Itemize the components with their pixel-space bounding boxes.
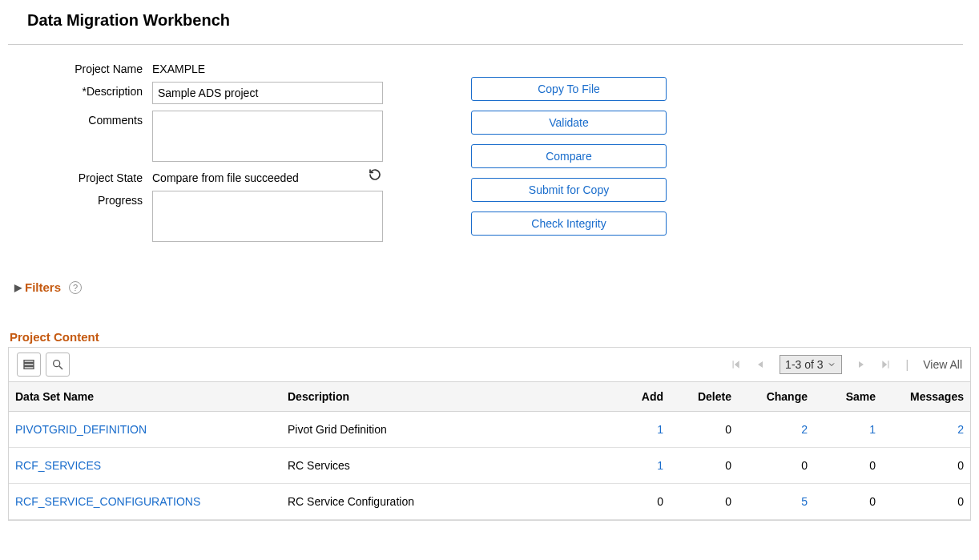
table-row: RCF_SERVICE_CONFIGURATIONSRC Service Con… [9, 484, 970, 520]
data-set-name-link[interactable]: PIVOTGRID_DEFINITION [15, 423, 147, 436]
row-add: 0 [602, 484, 670, 520]
svg-line-4 [59, 366, 62, 369]
row-same: 0 [814, 448, 882, 484]
copy-to-file-button[interactable]: Copy To File [471, 77, 667, 101]
compare-button[interactable]: Compare [471, 144, 667, 168]
view-all-link[interactable]: View All [923, 358, 962, 371]
row-change[interactable]: 2 [801, 423, 808, 436]
row-delete: 0 [670, 448, 738, 484]
row-delete: 0 [670, 412, 738, 448]
col-change[interactable]: Change [738, 382, 814, 412]
next-page-icon[interactable] [856, 360, 866, 369]
range-selector[interactable]: 1-3 of 3 [780, 355, 841, 374]
col-description[interactable]: Description [281, 382, 602, 412]
data-set-name-link[interactable]: RCF_SERVICE_CONFIGURATIONS [15, 495, 200, 508]
col-same[interactable]: Same [814, 382, 882, 412]
chevron-down-icon [827, 360, 836, 369]
progress-label: Progress [8, 191, 152, 207]
search-icon[interactable] [46, 353, 70, 377]
filters-label: Filters [25, 280, 61, 294]
data-set-name-link[interactable]: RCF_SERVICES [15, 459, 101, 472]
refresh-icon[interactable] [369, 168, 381, 183]
row-description: RC Services [281, 448, 602, 484]
row-change[interactable]: 5 [801, 495, 808, 508]
project-name-label: Project Name [8, 59, 152, 75]
project-content-grid: 1-3 of 3 | View All Data Set Name [8, 347, 971, 521]
project-name-value: EXAMPLE [152, 59, 205, 75]
page-title: Data Migration Workbench [27, 11, 971, 30]
help-icon[interactable]: ? [69, 281, 82, 294]
project-content-title: Project Content [10, 330, 971, 344]
row-same: 0 [814, 484, 882, 520]
svg-rect-2 [24, 367, 34, 369]
comments-label: Comments [8, 111, 152, 127]
project-state-value: Compare from file succeeded [152, 168, 299, 184]
row-messages: 0 [882, 448, 970, 484]
table-row: PIVOTGRID_DEFINITIONPivot Grid Definitio… [9, 412, 970, 448]
row-messages: 0 [882, 484, 970, 520]
row-description: RC Service Configuration [281, 484, 602, 520]
filters-toggle[interactable]: ▶ Filters [14, 280, 61, 294]
row-same[interactable]: 1 [869, 423, 876, 436]
row-add[interactable]: 1 [657, 423, 663, 436]
row-delete: 0 [670, 484, 738, 520]
personalize-icon[interactable] [17, 353, 41, 377]
col-add[interactable]: Add [602, 382, 670, 412]
svg-rect-1 [24, 364, 34, 366]
project-state-label: Project State [8, 168, 152, 184]
description-label: *Description [8, 82, 152, 98]
row-description: Pivot Grid Definition [281, 412, 602, 448]
progress-input[interactable] [152, 191, 383, 242]
table-row: RCF_SERVICESRC Services10000 [9, 448, 970, 484]
row-change: 0 [738, 448, 814, 484]
expand-icon: ▶ [14, 282, 22, 293]
range-label: 1-3 of 3 [785, 358, 823, 371]
col-delete[interactable]: Delete [670, 382, 738, 412]
prev-page-icon[interactable] [755, 360, 765, 369]
toolbar-divider: | [906, 358, 909, 371]
description-input[interactable] [152, 82, 383, 104]
comments-input[interactable] [152, 111, 383, 162]
grid-header-row: Data Set Name Description Add Delete Cha… [9, 382, 970, 412]
svg-rect-0 [24, 361, 34, 363]
row-add[interactable]: 1 [657, 459, 663, 472]
check-integrity-button[interactable]: Check Integrity [471, 212, 667, 236]
svg-point-3 [54, 361, 60, 367]
last-page-icon[interactable] [880, 359, 892, 370]
submit-for-copy-button[interactable]: Submit for Copy [471, 178, 667, 202]
divider [8, 44, 963, 45]
col-data-set-name[interactable]: Data Set Name [9, 382, 281, 412]
validate-button[interactable]: Validate [471, 111, 667, 135]
row-messages[interactable]: 2 [957, 423, 964, 436]
col-messages[interactable]: Messages [882, 382, 970, 412]
first-page-icon[interactable] [730, 359, 741, 370]
